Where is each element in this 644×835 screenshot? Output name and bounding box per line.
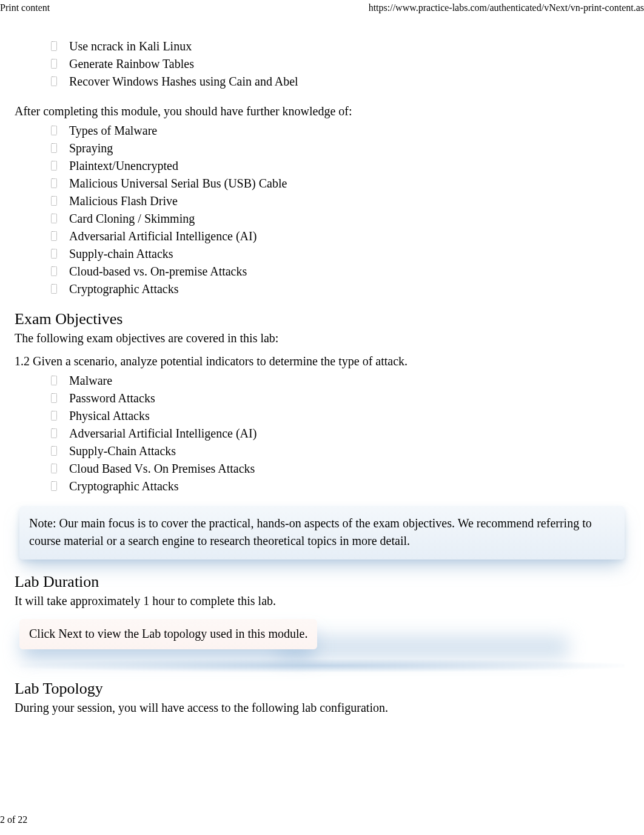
list-item: Malicious Universal Serial Bus (USB) Cab…: [51, 175, 629, 192]
list-item: Cloud Based Vs. On Premises Attacks: [51, 460, 629, 478]
list-item: Cloud-based vs. On-premise Attacks: [51, 263, 629, 280]
print-header: Print content https://www.practice-labs.…: [0, 0, 644, 13]
lab-duration-text: It will take approximately 1 hour to com…: [15, 592, 629, 609]
print-url: https://www.practice-labs.com/authentica…: [369, 2, 644, 13]
exam-objective-line: 1.2 Given a scenario, analyze potential …: [15, 353, 629, 370]
exam-objectives-heading: Exam Objectives: [15, 310, 629, 328]
list-item: Password Attacks: [51, 390, 629, 407]
list-item: Card Cloning / Skimming: [51, 210, 629, 228]
list-item: Cryptographic Attacks: [51, 280, 629, 298]
exam-items-list: Malware Password Attacks Physical Attack…: [15, 372, 629, 495]
note-text: Note: Our main focus is to cover the pra…: [29, 516, 592, 547]
list-item: Adversarial Artificial Intelligence (AI): [51, 425, 629, 442]
lab-topology-heading: Lab Topology: [15, 680, 629, 698]
lab-duration-heading: Lab Duration: [15, 573, 629, 591]
list-item: Supply-chain Attacks: [51, 245, 629, 263]
print-title: Print content: [0, 2, 50, 13]
note-callout: Note: Our main focus is to cover the pra…: [19, 506, 625, 559]
list-item: Malicious Flash Drive: [51, 192, 629, 210]
list-item: Spraying: [51, 140, 629, 157]
tasks-list: Use ncrack in Kali Linux Generate Rainbo…: [15, 38, 629, 90]
list-item: Recover Windows Hashes using Cain and Ab…: [51, 73, 629, 90]
lab-topology-text: During your session, you will have acces…: [15, 699, 629, 716]
page-container: Print content https://www.practice-labs.…: [0, 0, 644, 835]
list-item: Malware: [51, 372, 629, 390]
list-item: Cryptographic Attacks: [51, 478, 629, 495]
instruction-text: Click Next to view the Lab topology used…: [29, 627, 307, 640]
list-item: Adversarial Artificial Intelligence (AI): [51, 228, 629, 245]
knowledge-list: Types of Malware Spraying Plaintext/Unen…: [15, 122, 629, 298]
list-item: Generate Rainbow Tables: [51, 55, 629, 73]
exam-intro: The following exam objectives are covere…: [15, 330, 629, 347]
list-item: Types of Malware: [51, 122, 629, 140]
list-item: Plaintext/Unencrypted: [51, 157, 629, 175]
document-body: Use ncrack in Kali Linux Generate Rainbo…: [0, 13, 644, 716]
list-item: Use ncrack in Kali Linux: [51, 38, 629, 55]
next-instruction-callout: Click Next to view the Lab topology used…: [19, 619, 317, 649]
after-completing-text: After completing this module, you should…: [15, 103, 629, 120]
page-number: 2 of 22: [0, 814, 27, 825]
list-item: Physical Attacks: [51, 407, 629, 425]
list-item: Supply-Chain Attacks: [51, 442, 629, 460]
instruction-wrapper: Click Next to view the Lab topology used…: [15, 612, 629, 664]
